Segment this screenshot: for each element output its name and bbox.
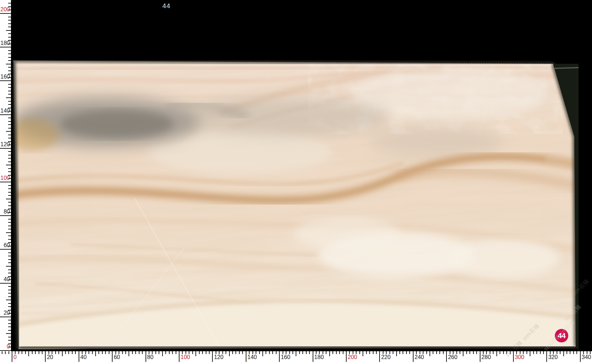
ruler-tick	[8, 343, 11, 344]
ruler-tick	[476, 351, 477, 354]
ruler-tick-label: 240	[415, 354, 424, 360]
ruler-tick	[323, 351, 323, 354]
ruler-tick	[102, 351, 103, 354]
ruler-tick	[550, 351, 551, 354]
ruler-tick	[8, 229, 11, 229]
ruler-tick	[8, 239, 11, 240]
ruler-tick	[379, 351, 380, 362]
ruler-tick	[8, 84, 11, 85]
ruler-tick	[8, 290, 11, 290]
ruler-tick	[122, 351, 123, 354]
ruler-tick-label: 220	[381, 354, 391, 360]
ruler-tick	[587, 351, 587, 354]
ruler-tick	[152, 351, 153, 354]
ruler-tick	[132, 351, 133, 354]
ruler-tick	[406, 351, 407, 354]
ruler-tick	[65, 351, 66, 354]
ruler-tick	[142, 351, 143, 354]
ruler-tick	[6, 131, 11, 132]
ruler-tick	[8, 20, 11, 21]
ruler-tick	[576, 351, 577, 354]
ruler-tick	[8, 33, 11, 34]
ruler-tick	[239, 351, 240, 354]
ruler-tick-label: 280	[482, 354, 491, 360]
ruler-tick	[52, 351, 52, 354]
ruler-tick	[8, 279, 11, 280]
ruler-tick	[567, 351, 567, 354]
ruler-tick	[533, 351, 534, 354]
ruler-tick	[8, 235, 11, 236]
ruler-tick	[272, 351, 273, 354]
ruler-tick	[189, 351, 189, 354]
ruler-tick	[8, 205, 11, 206]
ruler-tick	[306, 351, 307, 354]
ruler-tick	[15, 351, 16, 354]
ruler-tick	[286, 351, 286, 354]
ruler-tick	[8, 219, 11, 220]
ruler-tick	[155, 351, 156, 354]
ruler-tick	[302, 351, 303, 354]
ruler-tick	[8, 296, 11, 297]
ruler-tick	[409, 351, 410, 354]
ruler-tick	[262, 351, 263, 356]
ruler-tick	[266, 351, 266, 354]
ruler-tick	[219, 351, 220, 354]
ruler-tick	[413, 351, 414, 362]
ruler-tick	[209, 351, 210, 354]
ruler-tick	[466, 351, 467, 354]
ruler-tick	[8, 108, 11, 108]
ruler-tick	[356, 351, 357, 354]
ruler-tick	[0, 283, 11, 284]
ruler-tick	[216, 351, 216, 354]
ruler-tick	[8, 60, 11, 61]
ruler-tick	[186, 351, 186, 354]
ruler-tick	[165, 351, 166, 354]
ruler-tick	[249, 351, 250, 354]
ruler-tick	[313, 351, 313, 362]
ruler-tick	[0, 114, 11, 115]
ruler-tick	[8, 303, 11, 304]
ruler-tick	[8, 310, 11, 311]
ruler-tick	[28, 351, 29, 356]
ruler-tick	[8, 286, 11, 287]
ruler-tick	[8, 340, 11, 341]
ruler-tick	[0, 215, 11, 216]
ruler-tick	[316, 351, 317, 354]
ruler-tick	[8, 276, 11, 277]
ruler-tick	[433, 351, 433, 354]
ruler-tick	[8, 121, 11, 122]
ruler-tick	[8, 313, 11, 314]
ruler-tick	[8, 293, 11, 294]
ruler-tick	[383, 351, 383, 354]
ruler-tick	[18, 351, 19, 354]
ruler-tick	[222, 351, 223, 354]
ruler-tick	[6, 97, 11, 98]
ruler-tick	[8, 53, 11, 54]
ruler-tick	[8, 337, 11, 337]
ruler-tick	[493, 351, 494, 354]
ruler-tick	[580, 351, 581, 362]
ruler-tick	[560, 351, 560, 354]
ruler-tick	[393, 351, 393, 354]
ruler-tick	[135, 351, 136, 354]
ruler-tick	[58, 351, 59, 354]
ruler-tick-label: 300	[515, 354, 524, 360]
ruler-tick	[8, 158, 11, 159]
ruler-tick	[192, 351, 193, 354]
ruler-tick	[6, 333, 11, 334]
ruler-tick	[8, 171, 11, 172]
ruler-tick	[543, 351, 544, 354]
ruler-tick	[540, 351, 541, 354]
ruler-tick	[453, 351, 454, 354]
ruler-tick	[8, 40, 11, 41]
ruler-tick	[520, 351, 520, 354]
ruler-tick	[8, 306, 11, 307]
ruler-tick	[329, 351, 330, 356]
ruler-tick	[8, 77, 11, 78]
ruler-tick	[336, 351, 337, 354]
slab-photo	[0, 0, 592, 364]
ruler-tick	[8, 74, 11, 74]
ruler-tick-label: 140	[247, 354, 257, 360]
ruler-tick	[0, 80, 11, 81]
ruler-tick	[49, 351, 49, 354]
